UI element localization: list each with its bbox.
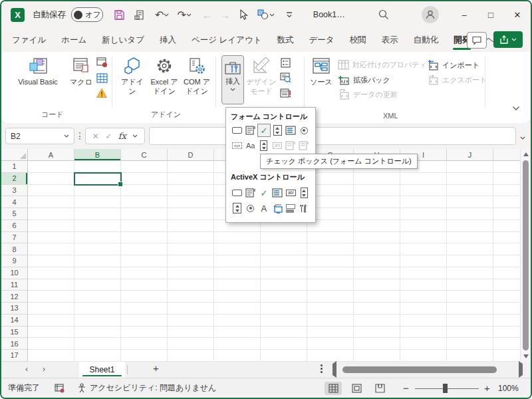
row-header-3[interactable]: 3 — [1, 185, 28, 197]
cell-J4[interactable] — [447, 196, 493, 208]
activex-text-box-icon[interactable]: abl — [285, 186, 297, 200]
row-header-15[interactable]: 15 — [1, 327, 28, 338]
cell-I10[interactable] — [400, 267, 447, 279]
cell-B4[interactable] — [74, 196, 121, 208]
cell-F13[interactable] — [261, 303, 307, 315]
macro-security-button[interactable] — [96, 88, 108, 98]
cell-A1[interactable] — [28, 161, 74, 173]
activex-list-box-icon[interactable] — [271, 186, 284, 200]
accessibility-status[interactable]: アクセシビリティ: 問題ありません — [77, 382, 216, 394]
cell-A10[interactable] — [28, 267, 74, 279]
row-header-16[interactable]: 16 — [1, 338, 28, 350]
cell-H17[interactable] — [354, 350, 400, 362]
cell-I6[interactable] — [400, 220, 447, 232]
cell-I12[interactable] — [400, 291, 447, 303]
excel-logo-icon[interactable]: X — [11, 8, 25, 22]
page-layout-view-button[interactable] — [348, 382, 365, 395]
save-button[interactable] — [112, 6, 126, 23]
cell-A13[interactable] — [28, 303, 74, 315]
customize-quick-access-button[interactable] — [284, 6, 295, 23]
select-objects-button[interactable] — [238, 6, 251, 23]
form-check-box-icon[interactable]: ✓ — [257, 124, 270, 137]
cell-B7[interactable] — [74, 232, 121, 244]
name-box[interactable]: B2 — [5, 128, 74, 144]
cell-A5[interactable] — [28, 208, 74, 220]
formula-input[interactable] — [149, 127, 516, 145]
zoom-level[interactable]: 100% — [498, 384, 519, 393]
cell-J13[interactable] — [447, 303, 493, 315]
cell-C2[interactable] — [121, 173, 168, 185]
row-header-4[interactable]: 4 — [1, 196, 28, 208]
minimize-button[interactable]: – — [451, 5, 477, 25]
cell-D3[interactable] — [168, 185, 214, 197]
cell-C5[interactable] — [121, 208, 168, 220]
cell-C12[interactable] — [121, 291, 168, 303]
zoom-in-button[interactable]: + — [484, 382, 490, 394]
activex-label-icon[interactable]: A — [257, 201, 270, 215]
cell-A7[interactable] — [28, 232, 74, 244]
cell-C9[interactable] — [121, 255, 168, 267]
cell-H15[interactable] — [354, 327, 400, 338]
scroll-right-icon[interactable] — [519, 364, 523, 376]
cell-G11[interactable] — [307, 279, 354, 291]
tab-scrollbar-splitter[interactable] — [321, 364, 323, 373]
cell-I2[interactable] — [400, 173, 447, 185]
row-header-7[interactable]: 7 — [1, 232, 28, 244]
form-text-icon[interactable]: Aa — [244, 139, 257, 152]
cell-D9[interactable] — [168, 255, 214, 267]
activex-more-controls-icon[interactable] — [298, 201, 311, 215]
cell-J14[interactable] — [447, 315, 493, 327]
row-header-6[interactable]: 6 — [1, 220, 28, 232]
cell-D11[interactable] — [168, 279, 214, 291]
tab-view[interactable]: 表示 — [380, 32, 400, 52]
cell-G8[interactable] — [307, 243, 354, 255]
cell-A8[interactable] — [28, 243, 74, 255]
zoom-slider-thumb[interactable] — [443, 384, 448, 393]
cell-A16[interactable] — [28, 338, 74, 350]
activex-scroll-bar-icon[interactable] — [298, 186, 311, 200]
form-list-box-icon[interactable] — [285, 124, 297, 137]
zoom-out-button[interactable]: − — [403, 382, 409, 394]
cell-B12[interactable] — [74, 291, 121, 303]
cell-I3[interactable] — [400, 185, 447, 197]
record-macro-button[interactable] — [96, 57, 108, 68]
cell-A9[interactable] — [28, 255, 74, 267]
cell-E13[interactable] — [214, 303, 261, 315]
cell-J2[interactable] — [447, 173, 493, 185]
cell-H14[interactable] — [354, 315, 400, 327]
activex-option-button-icon[interactable] — [244, 201, 257, 215]
cell-J3[interactable] — [447, 185, 493, 197]
scroll-down-icon[interactable] — [521, 354, 531, 358]
row-header-13[interactable]: 13 — [1, 303, 28, 315]
excel-add-ins-button[interactable]: Excel アドイン — [149, 56, 180, 96]
cell-D2[interactable] — [168, 173, 214, 185]
cell-I9[interactable] — [400, 255, 447, 267]
cell-D10[interactable] — [168, 267, 214, 279]
activex-image-icon[interactable] — [271, 201, 284, 215]
cell-H9[interactable] — [354, 255, 400, 267]
cell-E17[interactable] — [214, 350, 261, 362]
column-header-C[interactable]: C — [121, 149, 168, 160]
cell-J5[interactable] — [447, 208, 493, 220]
cell-I4[interactable] — [400, 196, 447, 208]
cell-E7[interactable] — [214, 232, 261, 244]
share-button[interactable] — [493, 31, 523, 48]
account-button[interactable] — [422, 6, 439, 23]
cell-I17[interactable] — [400, 350, 447, 362]
expand-formula-bar-button[interactable] — [520, 130, 525, 142]
tab-insert[interactable]: 挿入 — [158, 32, 178, 52]
cell-A14[interactable] — [28, 315, 74, 327]
cell-E15[interactable] — [214, 327, 261, 338]
cell-J11[interactable] — [447, 279, 493, 291]
cell-E11[interactable] — [214, 279, 261, 291]
cell-H8[interactable] — [354, 243, 400, 255]
cell-J8[interactable] — [447, 243, 493, 255]
row-header-8[interactable]: 8 — [1, 243, 28, 255]
cell-D14[interactable] — [168, 315, 214, 327]
cell-C6[interactable] — [121, 220, 168, 232]
print-preview-button[interactable] — [133, 6, 147, 23]
row-header-9[interactable]: 9 — [1, 255, 28, 267]
activex-spin-button-icon[interactable] — [231, 201, 243, 215]
cell-D16[interactable] — [168, 338, 214, 350]
scroll-left-icon[interactable] — [332, 364, 336, 376]
